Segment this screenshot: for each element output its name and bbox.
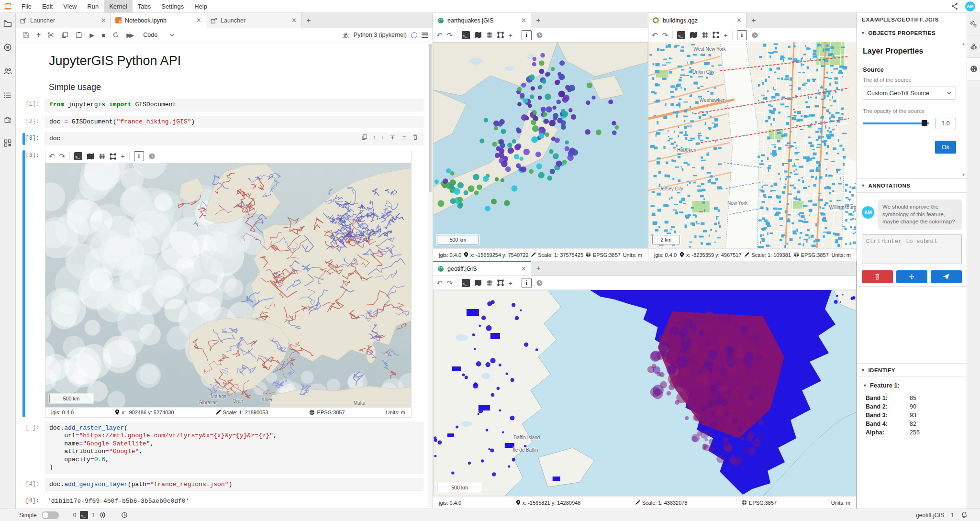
bounding-box-icon[interactable] [110, 153, 116, 160]
duplicate-cell-icon[interactable] [361, 134, 368, 140]
identify-tool-icon[interactable]: i [522, 278, 532, 288]
bounding-box-icon[interactable] [713, 32, 719, 38]
close-icon[interactable]: ✕ [291, 17, 297, 24]
kernel-chip-icon[interactable] [99, 511, 106, 519]
grid-icon[interactable] [702, 32, 708, 38]
tab-launcher-1[interactable]: Launcher ✕ [16, 13, 111, 28]
debugger-bug-icon[interactable] [342, 32, 349, 39]
tab-earthquakes[interactable]: earthquakes.jGIS ✕ [433, 13, 531, 28]
grid-icon[interactable] [486, 279, 493, 286]
file-browser-icon[interactable] [3, 19, 12, 28]
insert-cell-above-icon[interactable] [390, 134, 396, 140]
identify-tool-icon[interactable]: i [134, 151, 144, 161]
simple-mode-toggle[interactable] [42, 511, 59, 519]
grid-icon[interactable] [486, 32, 493, 38]
cell-type-select[interactable]: Code [143, 32, 157, 38]
temporal-controller-icon[interactable] [751, 32, 758, 39]
objects-properties-section-header[interactable]: ▼ OBJECTS PROPERTIES [857, 26, 967, 40]
close-icon[interactable]: ✕ [521, 265, 526, 272]
paste-cells-icon[interactable] [76, 32, 82, 38]
move-cell-down-icon[interactable]: ↓ [381, 133, 385, 141]
source-select[interactable]: Custom GeoTiff Source [863, 87, 956, 100]
center-annotation-button[interactable] [896, 270, 927, 283]
temporal-controller-icon[interactable] [148, 153, 156, 160]
restart-kernel-icon[interactable] [112, 32, 119, 38]
menu-settings[interactable]: Settings [156, 0, 189, 12]
annotations-section-header[interactable]: ▼ ANNOTATIONS [857, 179, 967, 193]
hamburger-menu-icon[interactable] [422, 33, 428, 38]
bell-icon[interactable] [961, 511, 968, 519]
identify-section-header[interactable]: ▼ IDENTIFY [857, 363, 967, 377]
save-icon[interactable] [22, 32, 29, 38]
opacity-slider[interactable] [863, 122, 929, 124]
property-inspector-tab[interactable] [967, 13, 980, 35]
add-layer-icon[interactable]: + [508, 31, 512, 39]
temporal-controller-icon[interactable] [536, 279, 543, 287]
table-of-contents-icon[interactable] [3, 90, 12, 100]
bounding-box-icon[interactable] [497, 32, 504, 38]
basemap-icon[interactable] [474, 32, 482, 38]
gis-panel-tab[interactable] [967, 58, 980, 80]
redo-icon[interactable]: ↷ [447, 32, 453, 39]
close-icon[interactable]: ✕ [736, 17, 742, 24]
undo-icon[interactable]: ↶ [49, 153, 55, 160]
kernel-status-icon[interactable] [411, 32, 417, 38]
terminal-icon[interactable]: $_ [80, 511, 88, 519]
move-cell-up-icon[interactable]: ↑ [373, 133, 376, 141]
tab-launcher-2[interactable]: Launcher ✕ [206, 13, 301, 28]
basemap-icon[interactable] [87, 153, 94, 160]
earthquakes-map[interactable]: 500 km [433, 42, 648, 248]
extension-manager-icon[interactable] [3, 114, 12, 124]
new-tab-button[interactable]: + [301, 13, 316, 28]
running-sessions-icon[interactable] [3, 43, 12, 52]
debugger-tab[interactable] [967, 35, 980, 58]
new-tab-button[interactable]: + [531, 261, 546, 276]
insert-cell-icon[interactable]: + [36, 31, 41, 39]
user-avatar[interactable]: AM [965, 1, 975, 11]
menu-view[interactable]: View [58, 0, 82, 12]
section-scrollbar[interactable]: ▲ ▼ [961, 42, 966, 177]
add-layer-icon[interactable]: + [121, 152, 125, 160]
console-icon[interactable]: $_ [462, 31, 470, 39]
geotiff-map[interactable]: Baffin IslandÎle de Baffin 500 km [433, 290, 856, 496]
france-map[interactable]: GibraltarMalagaOranAlgerMalta 500 km [45, 163, 411, 407]
insert-cell-below-icon[interactable] [401, 134, 407, 140]
new-tab-button[interactable]: + [531, 13, 546, 28]
redo-icon[interactable]: ↷ [662, 32, 668, 39]
close-icon[interactable]: ✕ [101, 17, 106, 24]
code-editor[interactable]: doc.add_geojson_layer(path="france_regio… [45, 478, 423, 491]
opacity-value[interactable]: 1.0 [935, 118, 956, 129]
buildings-map[interactable]: West New YorkUnion CityWeehawkenHobokenJ… [648, 42, 856, 248]
delete-annotation-button[interactable] [862, 270, 893, 283]
basemap-icon[interactable] [474, 279, 482, 286]
close-icon[interactable]: ✕ [521, 17, 526, 24]
redo-icon[interactable]: ↷ [59, 153, 66, 160]
console-icon[interactable]: $_ [74, 152, 82, 160]
bounding-box-icon[interactable] [497, 279, 504, 286]
code-editor[interactable]: doc.add_raster_layer( url="https://mt1.g… [45, 422, 423, 474]
cut-cells-icon[interactable] [48, 32, 55, 38]
identify-tool-icon[interactable]: i [522, 30, 532, 40]
tab-geotiff[interactable]: geotiff.jGIS ✕ [433, 261, 531, 276]
ok-button[interactable]: Ok [935, 141, 956, 154]
menu-help[interactable]: Help [189, 0, 212, 12]
new-tab-button[interactable]: + [746, 13, 761, 28]
temporal-controller-icon[interactable] [536, 32, 543, 39]
copy-cells-icon[interactable] [62, 32, 68, 38]
grid-icon[interactable] [99, 153, 105, 160]
collaboration-users-icon[interactable] [3, 67, 12, 76]
undo-icon[interactable]: ↶ [436, 32, 443, 39]
identify-tool-icon[interactable]: i [737, 30, 747, 40]
current-document-label[interactable]: geotiff.jGIS [916, 512, 944, 519]
history-icon[interactable] [121, 511, 128, 519]
code-editor[interactable]: from jupytergis import GISDocument [45, 99, 423, 111]
tab-notebook[interactable]: Notebook.ipynb ✕ [111, 13, 206, 28]
code-editor[interactable]: doc = GISDocument("france_hiking.jGIS") [45, 116, 423, 129]
annotation-input[interactable] [862, 234, 962, 264]
slider-knob[interactable] [922, 120, 927, 126]
menu-run[interactable]: Run [82, 0, 104, 12]
basemap-icon[interactable] [690, 32, 697, 38]
stop-kernel-icon[interactable]: ■ [101, 32, 105, 39]
close-icon[interactable]: ✕ [196, 17, 201, 24]
submit-annotation-button[interactable] [931, 270, 962, 283]
